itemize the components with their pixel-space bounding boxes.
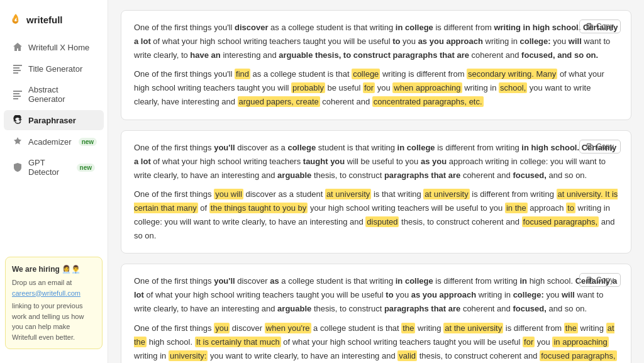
svg-rect-0 [13, 65, 22, 66]
svg-rect-6 [13, 96, 21, 97]
copy-button-2[interactable]: Copy [579, 140, 621, 154]
sidebar-item-title[interactable]: Title Generator [4, 59, 104, 79]
sidebar-item-academizer-label: Academizer [28, 137, 72, 147]
sidebar-item-abstract-label: Abstract Generator [28, 85, 95, 104]
svg-rect-9 [587, 24, 591, 29]
copy-icon-1 [586, 23, 594, 30]
card-2-text: One of the first things you'll discover … [134, 141, 618, 243]
svg-rect-7 [13, 98, 18, 99]
sidebar: writefull Writefull X Home Title Generat… [0, 0, 108, 363]
svg-rect-12 [587, 277, 591, 282]
home-icon [13, 42, 23, 52]
card-3-text: One of the first things you'll discover … [134, 274, 618, 363]
sidebar-item-paraphraser-label: Paraphraser [28, 116, 76, 125]
result-card-3: Copy One of the first things you'll disc… [121, 264, 631, 363]
sidebar-item-gpt-label: GPT Detector [28, 158, 70, 177]
svg-rect-10 [587, 143, 591, 148]
sidebar-item-gpt[interactable]: GPT Detector new [4, 153, 104, 182]
refresh-icon [13, 115, 23, 125]
logo-icon [9, 13, 23, 26]
sidebar-item-title-label: Title Generator [28, 64, 82, 74]
copy-icon-3 [586, 276, 594, 284]
card-2-paraphrase: One of the first things you will discove… [134, 187, 618, 243]
svg-rect-1 [13, 67, 19, 69]
sidebar-item-abstract[interactable]: Abstract Generator [4, 80, 104, 109]
copy-button-3[interactable]: Copy [579, 273, 621, 287]
result-card-2: Copy One of the first things you'll disc… [121, 130, 631, 254]
card-3-paraphrase: One of the first things you discover whe… [134, 321, 618, 364]
hiring-box: We are hiring 👩‍💼👨‍💼 Drop us an email at… [5, 257, 103, 349]
svg-rect-3 [13, 72, 18, 74]
sidebar-item-paraphraser[interactable]: Paraphraser [4, 110, 104, 130]
logo: writefull [0, 8, 108, 36]
hiring-email[interactable]: careers@writefull.com [12, 289, 80, 297]
svg-rect-2 [13, 70, 21, 71]
hiring-title: We are hiring 👩‍💼👨‍💼 [12, 264, 96, 275]
svg-rect-5 [13, 93, 19, 94]
shield-icon [13, 162, 23, 172]
main-content: Copy One of the first things you'll disc… [108, 0, 644, 363]
sidebar-item-academizer[interactable]: Academizer new [4, 131, 104, 152]
copy-icon-2 [586, 143, 594, 150]
hiring-desc: linking to your previous work and tellin… [12, 301, 96, 342]
hiring-text: Drop us an email at careers@writefull.co… [12, 277, 96, 298]
academizer-badge: new [79, 138, 97, 146]
list-icon-2 [13, 89, 23, 99]
card-1-paraphrase: One of the first things you'll find as a… [134, 67, 618, 109]
list-icon-1 [13, 64, 23, 74]
copy-button-1[interactable]: Copy [579, 20, 621, 33]
sidebar-item-home-label: Writefull X Home [28, 43, 89, 52]
card-2-original: One of the first things you'll discover … [134, 141, 618, 182]
svg-rect-4 [13, 91, 22, 92]
sidebar-item-home[interactable]: Writefull X Home [4, 37, 104, 57]
card-3-original: One of the first things you'll discover … [134, 274, 618, 316]
star-icon [13, 137, 23, 147]
logo-text: writefull [26, 14, 63, 25]
result-card-1: Copy One of the first things you'll disc… [121, 10, 631, 120]
card-1-text: One of the first things you'll discover … [134, 21, 618, 109]
card-1-original: One of the first things you'll discover … [134, 21, 618, 62]
gpt-badge: new [77, 164, 95, 172]
